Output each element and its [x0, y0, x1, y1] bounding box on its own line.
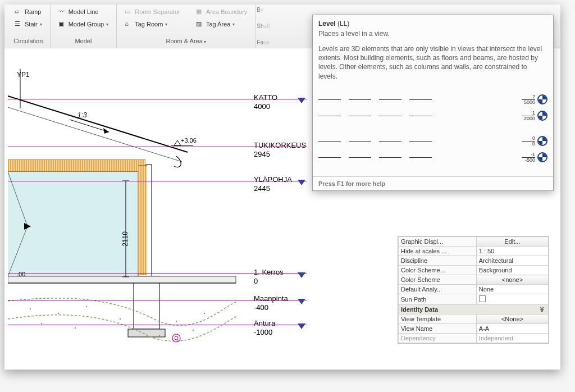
property-row[interactable]: Sun Path: [399, 294, 549, 305]
annotation-left-num: .00: [17, 271, 25, 279]
property-value[interactable]: <None>: [476, 314, 548, 324]
tooltip-level-row: -1-500: [318, 152, 547, 163]
level-line[interactable]: [8, 181, 238, 181]
property-label: Sun Path: [399, 294, 477, 305]
level-elevation: -1000: [254, 328, 275, 337]
property-label: Default Analy...: [399, 285, 477, 294]
tag-area-button[interactable]: ▨ Tag Area: [193, 19, 250, 29]
svg-marker-7: [103, 128, 109, 134]
tooltip-description: Levels are 3D elements that are only vis…: [313, 42, 553, 86]
tooltip-title: Level (LL): [313, 15, 553, 29]
level-name: KATTO: [254, 93, 277, 102]
panel-circulation: ▱ Ramp ☰ Stair Circulation: [7, 4, 51, 48]
svg-marker-29: [174, 140, 181, 145]
svg-rect-11: [8, 276, 236, 283]
model-line-icon: 〰: [58, 8, 66, 16]
tooltip-level-label: 25000: [522, 94, 535, 105]
tag-area-label: Tag Area: [206, 21, 230, 28]
tag-room-button[interactable]: ⌂ Tag Room: [121, 19, 184, 29]
model-line-button[interactable]: 〰 Model Line: [55, 7, 112, 17]
level-tag[interactable]: Maanpinta-400: [254, 294, 288, 313]
level-name: Antura: [254, 319, 275, 328]
property-row[interactable]: Color Scheme<none>: [399, 275, 549, 285]
svg-point-17: [176, 321, 177, 322]
tooltip-footer: Press F1 for more help: [313, 176, 553, 190]
svg-marker-0: [8, 172, 137, 276]
svg-rect-9: [134, 276, 159, 329]
property-row[interactable]: View NameA-A: [399, 324, 549, 334]
panel-label-room-area[interactable]: Room & Area: [166, 37, 206, 47]
model-line-label: Model Line: [69, 8, 99, 15]
level-head-icon: [537, 94, 547, 104]
property-row[interactable]: Default Analy...None: [399, 285, 549, 294]
area-boundary-icon: ▦: [196, 8, 204, 16]
level-elevation: 2445: [254, 184, 292, 193]
area-boundary-label: Area Boundary: [206, 8, 247, 15]
property-row[interactable]: DependencyIndependent: [399, 334, 549, 343]
properties-panel: Graphic Displ...Edit...Hide at scales ..…: [398, 236, 549, 344]
property-row[interactable]: DisciplineArchitectural: [399, 256, 549, 266]
stair-button[interactable]: ☰ Stair: [11, 19, 45, 29]
level-head-icon: [537, 136, 547, 146]
level-tag[interactable]: 1. Kerros0: [254, 268, 284, 286]
property-row[interactable]: Hide at scales ...1 : 50: [399, 247, 549, 256]
property-row[interactable]: Graphic Displ...Edit...: [399, 237, 549, 247]
panel-opening: By Shaft Face: [255, 4, 281, 48]
model-group-icon: ▣: [58, 20, 66, 28]
property-label: View Template: [399, 314, 477, 324]
level-tag[interactable]: Antura-1000: [254, 319, 275, 338]
svg-point-16: [120, 318, 121, 320]
level-head-icon: [537, 111, 547, 121]
level-line[interactable]: [8, 99, 238, 99]
level-elevation: 4000: [254, 102, 277, 111]
property-value[interactable]: A-A: [476, 324, 548, 334]
annotation-yp1: YP1: [17, 71, 30, 79]
property-label: Dependency: [399, 334, 477, 343]
property-value[interactable]: 1 : 50: [476, 247, 548, 256]
property-row[interactable]: View Template<None>: [399, 314, 549, 324]
section-header-identity[interactable]: Identity Data: [399, 305, 549, 314]
tag-area-icon: ▨: [196, 20, 204, 28]
stair-label: Stair: [25, 21, 38, 28]
level-tag[interactable]: YLÄPOHJA2445: [254, 175, 292, 194]
level-line[interactable]: [8, 274, 238, 274]
property-label: Graphic Displ...: [399, 237, 477, 247]
property-value[interactable]: [476, 294, 548, 305]
level-tag[interactable]: KATTO4000: [254, 93, 277, 112]
shaft-label: Shaft: [257, 23, 270, 29]
insulation-hatch-wall: [138, 165, 147, 275]
room-separator-button[interactable]: ▭ Room Separator: [121, 7, 184, 17]
svg-point-13: [30, 308, 31, 309]
property-value[interactable]: <none>: [476, 275, 548, 285]
tag-room-icon: ⌂: [125, 20, 133, 28]
property-value[interactable]: Edit...: [476, 237, 548, 247]
face-label: Face: [257, 39, 269, 45]
checkbox[interactable]: [479, 295, 486, 302]
svg-point-20: [75, 327, 76, 329]
level-line[interactable]: [8, 325, 238, 325]
level-line[interactable]: [8, 147, 238, 147]
property-value[interactable]: None: [476, 285, 548, 294]
level-elevation: -400: [254, 303, 288, 312]
level-tag[interactable]: TUKIKORKEUS2945: [254, 141, 306, 159]
svg-point-14: [58, 313, 59, 314]
level-elevation: 2945: [254, 150, 306, 159]
property-value[interactable]: Architectural: [476, 256, 548, 266]
panel-model: 〰 Model Line ▣ Model Group Model: [51, 4, 117, 48]
tooltip-level-label: 12000: [522, 111, 535, 121]
svg-point-22: [193, 330, 194, 331]
panel-label-model: Model: [75, 37, 92, 47]
property-value[interactable]: Independent: [476, 334, 548, 343]
property-row[interactable]: Color Scheme...Background: [399, 266, 549, 275]
property-value[interactable]: Background: [476, 266, 548, 275]
annotation-spot-elev: +3.06: [181, 137, 197, 145]
level-line[interactable]: [8, 300, 238, 300]
tooltip-level-row: 00: [318, 136, 547, 147]
level-name: Maanpinta: [254, 294, 288, 303]
model-group-button[interactable]: ▣ Model Group: [55, 19, 112, 29]
area-boundary-button[interactable]: ▦ Area Boundary: [193, 7, 250, 17]
level-elevation: 0: [254, 277, 284, 286]
ramp-button[interactable]: ▱ Ramp: [11, 7, 45, 17]
level-tooltip: Level (LL) Places a level in a view. Lev…: [312, 15, 554, 191]
level-name: TUKIKORKEUS: [254, 141, 306, 150]
